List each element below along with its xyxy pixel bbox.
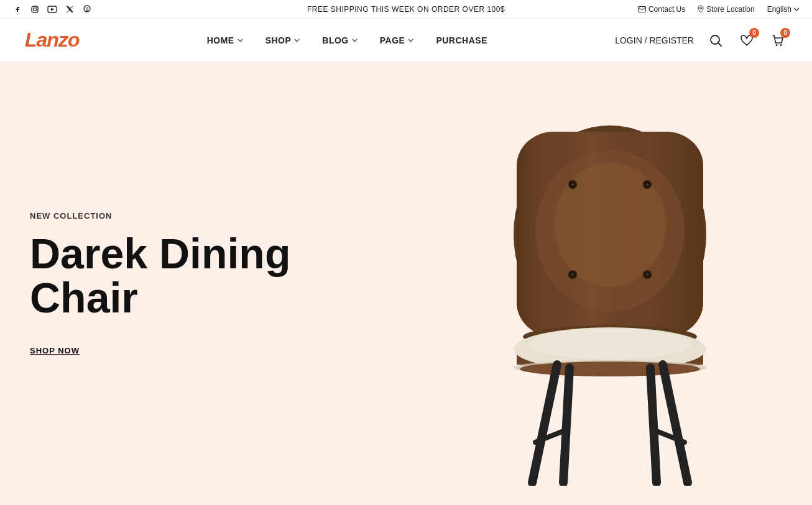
- main-nav: HOME SHOP BLOG PAGE PURCHASE: [207, 35, 487, 45]
- svg-point-40: [520, 362, 700, 376]
- chevron-down-icon: [352, 37, 358, 43]
- nav-page[interactable]: PAGE: [380, 35, 414, 45]
- wishlist-badge: 0: [749, 28, 759, 38]
- search-icon: [709, 34, 722, 47]
- chevron-down-icon: [238, 37, 243, 43]
- top-bar: FREE SHIPPING THIS WEEK ON ORDER OVER 10…: [0, 0, 812, 19]
- hero-section: NEW COLLECTION Darek Dining Chair SHOP N…: [0, 62, 812, 505]
- svg-line-43: [663, 365, 688, 483]
- svg-line-10: [718, 43, 721, 46]
- svg-point-1: [34, 7, 37, 11]
- mail-icon: [638, 6, 646, 12]
- nav-shop[interactable]: SHOP: [265, 35, 300, 45]
- nav-home[interactable]: HOME: [207, 35, 243, 45]
- wishlist-button[interactable]: 0: [737, 31, 756, 50]
- nav-purchase[interactable]: PURCHASE: [436, 35, 487, 45]
- svg-point-12: [780, 44, 782, 46]
- logo[interactable]: Lanzo: [25, 29, 79, 52]
- cart-badge: 0: [780, 28, 790, 38]
- svg-point-2: [37, 7, 37, 7]
- svg-marker-4: [51, 7, 54, 11]
- nav-blog[interactable]: BLOG: [322, 35, 357, 45]
- chevron-down-icon: [793, 7, 800, 11]
- language-selector[interactable]: English: [767, 5, 800, 14]
- collection-label: NEW COLLECTION: [30, 211, 390, 221]
- chair-svg: [476, 82, 737, 486]
- instagram-icon[interactable]: [30, 4, 40, 14]
- location-icon: [698, 5, 704, 13]
- top-bar-right: Contact Us Store Location English: [638, 5, 800, 14]
- hero-text-content: NEW COLLECTION Darek Dining Chair SHOP N…: [30, 211, 390, 357]
- svg-point-38: [529, 329, 691, 359]
- chevron-down-icon: [294, 37, 300, 43]
- cart-button[interactable]: 0: [768, 31, 787, 50]
- header: Lanzo HOME SHOP BLOG PAGE: [0, 19, 812, 62]
- svg-point-8: [700, 7, 702, 9]
- svg-line-41: [532, 365, 557, 483]
- facebook-icon[interactable]: [12, 4, 22, 14]
- svg-point-11: [775, 44, 777, 46]
- chevron-down-icon: [408, 37, 413, 43]
- hero-title: Darek Dining Chair: [30, 232, 390, 321]
- search-button[interactable]: [706, 31, 725, 50]
- pinterest-icon[interactable]: [82, 4, 92, 14]
- chair-image: [476, 82, 737, 486]
- social-icons: [12, 4, 92, 14]
- shop-now-button[interactable]: SHOP NOW: [30, 346, 80, 355]
- svg-line-42: [563, 368, 570, 483]
- svg-line-44: [650, 368, 657, 483]
- store-location-link[interactable]: Store Location: [698, 5, 754, 14]
- twitter-icon[interactable]: [65, 4, 75, 14]
- contact-us-link[interactable]: Contact Us: [638, 5, 685, 14]
- svg-rect-7: [638, 6, 645, 12]
- login-register-link[interactable]: LOGIN / REGISTER: [615, 35, 694, 45]
- header-right: LOGIN / REGISTER 0 0: [615, 31, 787, 50]
- shipping-message: FREE SHIPPING THIS WEEK ON ORDER OVER 10…: [307, 5, 505, 14]
- youtube-icon[interactable]: [47, 4, 57, 14]
